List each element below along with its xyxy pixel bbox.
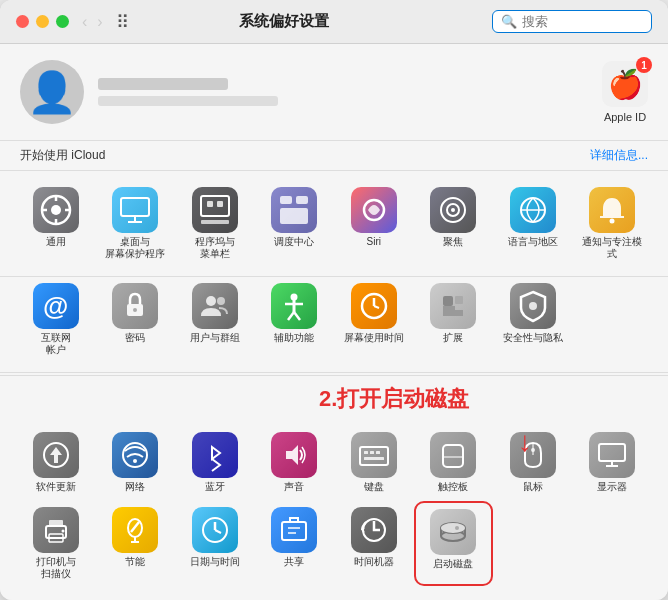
svg-point-74 [441,523,465,533]
icon-passwords[interactable]: 密码 [96,277,176,362]
avatar: 👤 [20,60,84,124]
fullscreen-button[interactable] [56,15,69,28]
icon-network[interactable]: 网络 [96,426,176,499]
svg-rect-52 [599,444,625,461]
svg-marker-42 [286,445,298,465]
apple-id-button[interactable]: 🍎 1 Apple ID [602,61,648,123]
display-label: 显示器 [597,481,627,493]
icon-dock[interactable]: 程序坞与 菜单栏 [175,181,255,266]
internet-label: 互联网 帐户 [41,332,71,356]
apple-id-icon: 🍎 1 [602,61,648,107]
icon-datetime[interactable]: 日期与时间 [175,501,255,586]
startup-disk-icon [430,509,476,555]
general-label: 通用 [46,236,66,248]
icon-screentime[interactable]: 屏幕使用时间 [334,277,414,362]
svg-point-58 [61,530,64,533]
minimize-button[interactable] [36,15,49,28]
language-label: 语言与地区 [508,236,558,248]
icloud-details-link[interactable]: 详细信息... [590,147,648,164]
profile-section: 👤 🍎 1 Apple ID [0,44,668,141]
svg-rect-45 [370,451,374,454]
extensions-icon [430,283,476,329]
energy-icon [112,507,158,553]
security-icon [510,283,556,329]
icon-mission-control[interactable]: 调度中心 [255,181,335,266]
close-button[interactable] [16,15,29,28]
icons-grid-row1: 通用 桌面与 屏幕保护程序 程序坞与 菜单栏 调度中心 Siri [16,181,652,266]
icons-section-row1: 通用 桌面与 屏幕保护程序 程序坞与 菜单栏 调度中心 Siri [0,171,668,277]
sound-label: 声音 [284,481,304,493]
keyboard-icon [351,432,397,478]
icon-siri[interactable]: Siri [334,181,414,266]
search-input[interactable] [522,14,643,29]
language-icon [510,187,556,233]
svg-rect-10 [201,220,229,224]
notifications-label: 通知与专注模式 [582,236,642,260]
svg-rect-6 [121,198,149,216]
icon-sound[interactable]: 声音 [255,426,335,499]
dock-icon [192,187,238,233]
search-box[interactable]: 🔍 [492,10,652,33]
icon-empty2 [493,501,573,586]
icon-timemachine[interactable]: 时间机器 [334,501,414,586]
icon-keyboard[interactable]: 键盘 [334,426,414,499]
mission-control-label: 调度中心 [274,236,314,248]
desktop-label: 桌面与 屏幕保护程序 [105,236,165,260]
icon-users[interactable]: 用户与群组 [175,277,255,362]
internet-icon: @ [33,283,79,329]
divider [0,375,668,376]
icon-startup-disk[interactable]: 启动磁盘 [414,501,494,586]
sharing-icon [271,507,317,553]
annotation-arrow: ↓ [518,426,532,458]
search-icon: 🔍 [501,14,517,29]
svg-point-75 [455,526,459,530]
icon-display[interactable]: 显示器 [573,426,653,499]
svg-rect-56 [49,520,63,526]
traffic-lights [16,15,69,28]
svg-line-30 [288,312,294,320]
icloud-bar: 开始使用 iCloud 详细信息... [0,141,668,171]
icon-energy[interactable]: 节能 [96,501,176,586]
icon-bluetooth[interactable]: 蓝牙 [175,426,255,499]
icon-printers[interactable]: 打印机与 扫描仪 [16,501,96,586]
icon-desktop[interactable]: 桌面与 屏幕保护程序 [96,181,176,266]
profile-name-blur [98,78,228,90]
screentime-label: 屏幕使用时间 [344,332,404,344]
svg-line-34 [374,306,379,308]
window-title: 系统偏好设置 [77,12,492,31]
profile-email-blur [98,96,278,106]
startup-disk-label: 启动磁盘 [433,558,473,570]
security-label: 安全性与隐私 [503,332,563,344]
svg-line-60 [131,522,139,532]
icon-sharing[interactable]: 共享 [255,501,335,586]
extensions-label: 扩展 [443,332,463,344]
svg-rect-14 [296,196,308,204]
icon-general[interactable]: 通用 [16,181,96,266]
users-label: 用户与群组 [190,332,240,344]
icon-empty3 [573,501,653,586]
passwords-label: 密码 [125,332,145,344]
icon-extensions[interactable]: 扩展 [414,277,494,362]
empty-icon2 [510,507,556,553]
icon-focus[interactable]: 聚焦 [414,181,494,266]
passwords-icon [112,283,158,329]
icon-mouse[interactable]: 鼠标 [493,426,573,499]
icon-security[interactable]: 安全性与隐私 [493,277,573,362]
icon-empty1 [573,277,653,362]
siri-label: Siri [367,236,381,248]
mouse-label: 鼠标 [523,481,543,493]
icon-notifications[interactable]: 通知与专注模式 [573,181,653,266]
energy-label: 节能 [125,556,145,568]
svg-point-25 [206,296,216,306]
icon-software-update[interactable]: 软件更新 [16,426,96,499]
desktop-icon [112,187,158,233]
icon-accessibility[interactable]: 辅助功能 [255,277,335,362]
icon-internet[interactable]: @ 互联网 帐户 [16,277,96,362]
svg-point-19 [451,208,455,212]
icon-language[interactable]: 语言与地区 [493,181,573,266]
icons-grid-row2: @ 互联网 帐户 密码 用户与群组 辅助功能 屏幕使用时间 [16,277,652,362]
svg-point-27 [291,294,298,301]
icon-trackpad[interactable]: 触控板 [414,426,494,499]
sound-icon [271,432,317,478]
svg-line-31 [294,312,300,320]
